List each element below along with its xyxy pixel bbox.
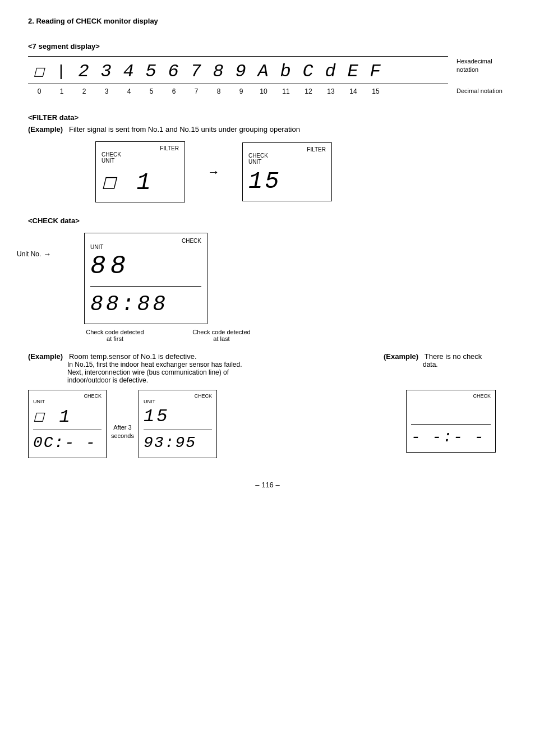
ex1-text3: Next, interconnection wire (bus communic… xyxy=(67,368,372,376)
page-title: 2. Reading of CHECK monitor display xyxy=(28,17,507,25)
after-seconds-col: After 3 seconds xyxy=(111,390,134,441)
ex2-label: (Example) xyxy=(384,352,418,361)
ex1-d2-top: CHECK xyxy=(144,393,212,399)
unit-no-label: Unit No. → xyxy=(17,250,51,259)
filter-digits-1: ☐ 1 xyxy=(102,165,179,196)
seg-2: 2 xyxy=(73,61,95,82)
check-digits-bottom: 88:88 xyxy=(90,290,201,318)
filter-arrow: → xyxy=(207,165,220,179)
seg-5: 5 xyxy=(140,61,163,82)
segment-display-row: ☐ | 2 3 4 5 6 7 8 9 A b C d E F xyxy=(28,56,448,84)
ex1-display-2: CHECK UNIT 15 93:95 xyxy=(139,390,217,458)
ex1-d2-unit: UNIT xyxy=(144,399,212,404)
section-title: 2. Reading of CHECK monitor display xyxy=(28,17,507,25)
ex1-text2: In No.15, first the indoor heat exchange… xyxy=(67,361,372,368)
seg-9: 9 xyxy=(230,61,252,82)
filter-example-text: Filter signal is sent from No.1 and No.1… xyxy=(69,125,300,133)
ex1-d1-bottom: 0C:- - xyxy=(33,432,102,453)
ex1-d1-digits: ☐ 1 xyxy=(33,404,102,428)
seg-A: A xyxy=(252,61,275,82)
check-title: <CHECK data> xyxy=(28,216,507,225)
ex1-d2-bottom: 93:95 xyxy=(144,432,212,453)
filter-title: <FILTER data> xyxy=(28,113,507,122)
ex2-d-top: CHECK xyxy=(411,393,491,399)
ex1-d1-top: CHECK xyxy=(33,393,102,399)
page-number: – 116 – xyxy=(28,481,507,489)
check-unit-label: UNIT xyxy=(90,244,201,250)
after-seconds-text: After 3 seconds xyxy=(111,423,134,441)
ex2-display: CHECK - -:- - xyxy=(406,390,496,453)
annotation-first: Check code detected at first xyxy=(84,329,146,342)
dec-6: 6 xyxy=(163,87,185,95)
annotation-last: Check code detected at last xyxy=(191,329,252,342)
ex1-label: (Example) xyxy=(28,352,63,361)
dec-4: 4 xyxy=(118,87,140,95)
filter-unit-1: UNIT xyxy=(102,158,179,164)
unit-no-arrow: → xyxy=(43,250,51,259)
dec-13: 13 xyxy=(320,87,342,95)
dec-2: 2 xyxy=(73,87,95,95)
dec-notation: Decimal notation xyxy=(456,87,507,95)
examples-section: (Example) Room temp.sensor of No.1 is de… xyxy=(28,352,507,458)
ex1-text4: indoor/outdoor is defective. xyxy=(67,376,372,384)
ex1-d1-divider xyxy=(33,430,102,430)
segment-title: <7 segment display> xyxy=(28,42,507,50)
ex2-text1: There is no check xyxy=(425,352,482,361)
example1-text-col: (Example) Room temp.sensor of No.1 is de… xyxy=(28,352,372,384)
example-displays-row: CHECK UNIT ☐ 1 0C:- - After 3 seconds CH… xyxy=(28,390,507,458)
seg-F: F xyxy=(365,61,387,82)
hex-notation: Hexadecimal notation xyxy=(456,57,507,75)
ex1-text1: Room temp.sensor of No.1 is defective. xyxy=(69,352,197,361)
ex1-display-1: CHECK UNIT ☐ 1 0C:- - xyxy=(28,390,107,458)
seg-7: 7 xyxy=(185,61,207,82)
ex1-d2-digits: 15 xyxy=(144,404,212,428)
dec-10: 10 xyxy=(252,87,275,95)
seg-8: 8 xyxy=(207,61,230,82)
ex2-d-blank xyxy=(411,399,491,422)
dec-3: 3 xyxy=(95,87,118,95)
dec-12: 12 xyxy=(297,87,320,95)
ex2-text2: data. xyxy=(423,361,507,368)
ex2-d-digits: - -:- - xyxy=(411,426,491,448)
seg-E: E xyxy=(342,61,365,82)
filter-label-1: FILTER xyxy=(102,145,179,151)
filter-check-1: CHECK xyxy=(102,151,179,158)
check-top-label: CHECK xyxy=(90,238,201,244)
check-display-main: CHECK UNIT 88 88:88 xyxy=(84,233,207,324)
dec-0: 0 xyxy=(28,87,50,95)
seg-6: 6 xyxy=(163,61,185,82)
ex1-d1-unit: UNIT xyxy=(33,399,102,404)
dec-5: 5 xyxy=(140,87,163,95)
dec-7: 7 xyxy=(185,87,207,95)
check-display-area: Unit No. → CHECK UNIT 88 88:88 xyxy=(84,233,507,324)
filter-example-label: (Example) xyxy=(28,125,63,133)
example2-text-col: (Example) There is no check data. xyxy=(384,352,507,384)
decimal-row: 0 1 2 3 4 5 6 7 8 9 10 11 12 13 14 15 xyxy=(28,86,448,96)
seg-b: b xyxy=(275,61,297,82)
ex2-d-divider xyxy=(411,424,491,425)
filter-display-2: FILTER CHECK UNIT 15 xyxy=(242,142,332,201)
seg-1: | xyxy=(50,63,73,80)
check-section: <CHECK data> Unit No. → CHECK UNIT 88 88… xyxy=(28,216,507,342)
seg-d: d xyxy=(320,61,342,82)
seg-0: ☐ xyxy=(28,60,50,82)
seg-4: 4 xyxy=(118,61,140,82)
filter-unit-2: UNIT xyxy=(248,159,326,165)
check-divider xyxy=(90,286,201,287)
examples-text-row: (Example) Room temp.sensor of No.1 is de… xyxy=(28,352,507,384)
dec-15: 15 xyxy=(365,87,387,95)
segment-section: <7 segment display> ☐ | 2 3 4 5 6 7 8 9 … xyxy=(28,42,507,96)
dec-14: 14 xyxy=(342,87,365,95)
filter-display-1: FILTER CHECK UNIT ☐ 1 xyxy=(95,141,185,202)
ex1-d2-divider xyxy=(144,430,212,430)
filter-displays-row: FILTER CHECK UNIT ☐ 1 → FILTER CHECK UNI… xyxy=(95,141,507,202)
check-digits-top: 88 xyxy=(90,250,201,283)
notation-labels: Hexadecimal notation Decimal notation xyxy=(456,57,507,95)
seg-3: 3 xyxy=(95,61,118,82)
dec-8: 8 xyxy=(207,87,230,95)
filter-label-2: FILTER xyxy=(248,146,326,153)
filter-digits-2: 15 xyxy=(248,166,326,195)
filter-example-row: (Example) Filter signal is sent from No.… xyxy=(28,125,507,133)
dec-1: 1 xyxy=(50,87,73,95)
dec-11: 11 xyxy=(275,87,297,95)
